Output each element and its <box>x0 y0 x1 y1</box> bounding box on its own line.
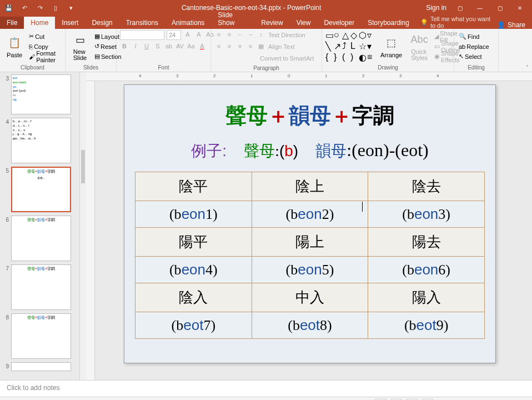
find-button[interactable]: 🔍Find <box>458 32 490 42</box>
shape-icon: ⤴ <box>342 41 350 52</box>
shape-icon: ▭ <box>325 30 333 41</box>
notes-placeholder: Click to add notes <box>7 384 59 392</box>
ribbon-display-icon[interactable]: ▢ <box>453 1 466 14</box>
align-right-icon[interactable]: ≡ <box>235 42 244 51</box>
table-cell[interactable]: (beon4) <box>135 257 252 283</box>
numbering-icon[interactable]: ≡ <box>225 30 234 39</box>
reset-icon: ↺ <box>94 43 99 50</box>
slide-thumbnail[interactable]: b... p... m... f d... t... n... l z... c… <box>11 118 71 163</box>
undo-icon[interactable]: ↶ <box>19 2 30 13</box>
start-from-beginning-icon[interactable]: ▯ <box>50 2 61 13</box>
thumbnail-scrollbar[interactable] <box>79 72 86 380</box>
notes-pane[interactable]: Click to add notes <box>0 380 532 397</box>
arrange-button[interactable]: ⬚ Arrange <box>377 34 405 59</box>
save-icon[interactable]: 💾 <box>3 2 14 13</box>
tab-storyboarding[interactable]: Storyboarding <box>361 17 416 29</box>
qat-more-icon[interactable]: ▾ <box>66 2 77 13</box>
smartart-button[interactable]: Convert to SmartArt <box>259 53 315 63</box>
bullets-icon[interactable]: ≡ <box>214 30 223 39</box>
font-size-combo[interactable] <box>167 30 181 40</box>
text-cursor <box>362 202 363 212</box>
redo-icon[interactable]: ↷ <box>34 2 46 13</box>
group-paragraph-label: Paragraph <box>211 64 322 72</box>
align-center-icon[interactable]: ≡ <box>225 42 234 51</box>
justify-icon[interactable]: ≡ <box>246 42 255 51</box>
spacing-icon[interactable]: AV <box>175 42 184 51</box>
table-cell[interactable]: (beon1) <box>135 201 252 228</box>
text-direction-button[interactable]: Text Direction <box>267 30 307 40</box>
font-family-combo[interactable] <box>120 30 164 40</box>
increase-font-icon[interactable]: A <box>183 30 192 39</box>
collapse-ribbon-icon[interactable]: ˄ <box>526 64 529 71</box>
strike-icon[interactable]: S <box>153 42 162 51</box>
table-cell[interactable]: 陽平 <box>135 228 252 257</box>
replace-icon: ab <box>459 43 465 50</box>
tab-transitions[interactable]: Transitions <box>119 17 165 29</box>
new-slide-button[interactable]: ▭ New Slide <box>69 31 91 62</box>
shape-icon: ( <box>342 52 350 63</box>
line-spacing-icon[interactable]: ↕ <box>257 30 265 39</box>
table-cell[interactable]: (beot8) <box>252 312 368 339</box>
tab-design[interactable]: Design <box>85 17 119 29</box>
tab-animations[interactable]: Animations <box>165 17 211 29</box>
cut-button[interactable]: ✂Cut <box>28 32 62 42</box>
table-cell[interactable]: 陰上 <box>252 172 368 201</box>
underline-icon[interactable]: U <box>142 42 151 51</box>
slide-thumbnail[interactable] <box>11 362 71 371</box>
table-cell[interactable]: 陰平 <box>135 172 252 201</box>
slide-canvas[interactable]: 聲母＋韻母＋字調 例子: 聲母:(b) 韻母:(eon)-(eot) 陰平 陰上… <box>124 84 496 363</box>
vertical-ruler[interactable] <box>86 81 95 380</box>
signin-link[interactable]: Sign in <box>426 4 446 12</box>
share-button[interactable]: 👤 Share <box>497 21 532 29</box>
select-button[interactable]: ↖Select <box>458 52 490 62</box>
tab-review[interactable]: Review <box>254 17 289 29</box>
tab-insert[interactable]: Insert <box>55 17 85 29</box>
copy-icon: ⎘ <box>29 43 33 50</box>
table-cell[interactable]: (beon5) <box>252 257 368 283</box>
table-cell[interactable]: (beon2) <box>252 201 368 228</box>
table-cell[interactable]: 中入 <box>252 283 368 312</box>
minimize-icon[interactable]: — <box>473 1 486 14</box>
quick-styles-button[interactable]: Abc Quick Styles <box>408 31 431 62</box>
table-cell[interactable]: 陰入 <box>135 283 252 312</box>
font-color-icon[interactable]: A <box>198 42 207 51</box>
align-text-button[interactable]: Align Text <box>267 42 296 52</box>
close-icon[interactable]: ✕ <box>513 1 526 14</box>
table-cell[interactable]: 陽去 <box>368 228 485 257</box>
table-cell[interactable]: 陰去 <box>368 172 485 201</box>
tab-view[interactable]: View <box>290 17 318 29</box>
horizontal-ruler[interactable]: 4 3 2 1 0 1 2 3 4 <box>86 72 532 81</box>
slide-thumbnail[interactable]: 聲母+韻母+字調 <box>11 264 71 310</box>
slide-thumbnail[interactable]: 聲母+韻母+字調 <box>11 216 71 261</box>
paste-button[interactable]: 📋 Paste <box>3 34 26 59</box>
ribbon: 📋 Paste ✂Cut ⎘Copy 🖌Format Painter Clipb… <box>0 29 532 72</box>
table-cell[interactable]: 陽入 <box>368 283 485 312</box>
shadow-icon[interactable]: ab <box>164 42 173 51</box>
tone-table[interactable]: 陰平 陰上 陰去 (beon1) (beon2) (beon3) 陽平 陽上 陽… <box>135 172 485 339</box>
tab-slideshow[interactable]: Slide Show <box>211 9 254 29</box>
replace-button[interactable]: abReplace <box>458 42 490 52</box>
italic-icon[interactable]: I <box>131 42 140 51</box>
indent-dec-icon[interactable]: ← <box>235 30 244 39</box>
columns-icon[interactable]: ▦ <box>257 42 265 51</box>
case-icon[interactable]: Aa <box>187 42 195 51</box>
format-painter-button[interactable]: 🖌Format Painter <box>28 52 62 62</box>
tab-developer[interactable]: Developer <box>317 17 361 29</box>
decrease-font-icon[interactable]: A <box>194 30 203 39</box>
table-cell[interactable]: (beon3) <box>368 201 485 228</box>
maximize-icon[interactable]: ▢ <box>493 1 506 14</box>
slide-thumbnail[interactable]: eoi eon (eot) yu yun (yut) m ng <box>11 74 71 114</box>
table-cell[interactable]: 陽上 <box>252 228 368 257</box>
shapes-gallery[interactable]: ▭○△◇⬡▿ ╲↗⤴L☆▾ {}()◐≡ <box>325 30 375 63</box>
bold-icon[interactable]: B <box>120 42 129 51</box>
tab-home[interactable]: Home <box>24 17 55 29</box>
table-cell[interactable]: (beon6) <box>368 257 485 283</box>
indent-inc-icon[interactable]: → <box>246 30 255 39</box>
table-cell[interactable]: (beot9) <box>368 312 485 339</box>
table-cell[interactable]: (beot7) <box>135 312 252 339</box>
slide-thumbnail-selected[interactable]: 聲母+韻母+字調 表格... <box>11 167 71 212</box>
align-left-icon[interactable]: ≡ <box>214 42 223 51</box>
slide-thumbnail[interactable]: 聲母+韻母+字調 <box>11 313 71 359</box>
tell-me-search[interactable]: 💡 Tell me what you want to do <box>420 16 497 29</box>
tab-file[interactable]: File <box>0 17 24 29</box>
